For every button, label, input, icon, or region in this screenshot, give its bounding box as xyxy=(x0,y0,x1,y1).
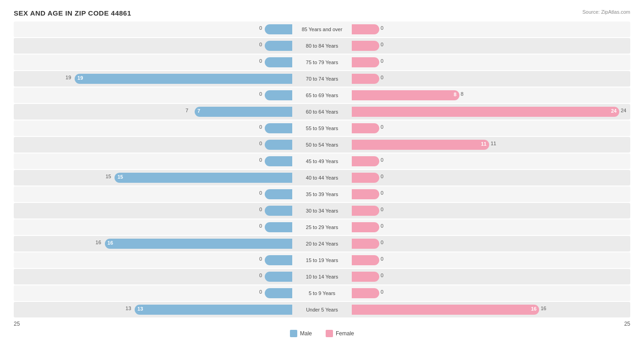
female-zero-value: 0 xyxy=(381,190,383,196)
female-zero-value: 0 xyxy=(381,240,383,245)
age-label: 55 to 59 Years xyxy=(292,126,352,131)
age-label: 80 to 84 Years xyxy=(292,43,352,49)
male-zero-value: 0 xyxy=(259,141,262,146)
male-bar: 13 xyxy=(135,305,292,315)
bar-row: 60 to 64 Years724247 xyxy=(14,104,630,120)
male-zero-value: 0 xyxy=(259,207,262,212)
female-bar: 16 xyxy=(352,305,539,315)
age-label: 45 to 49 Years xyxy=(292,159,352,164)
female-stub xyxy=(352,288,379,298)
legend-male-box xyxy=(290,330,297,337)
age-label: Under 5 Years xyxy=(292,307,352,312)
male-stub xyxy=(265,156,292,166)
bar-row: 25 to 29 Years00 xyxy=(14,219,630,235)
female-zero-value: 0 xyxy=(381,223,383,229)
bar-row: 75 to 79 Years00 xyxy=(14,55,630,70)
male-value: 13 xyxy=(137,306,143,312)
male-stub xyxy=(265,272,292,282)
legend: Male Female xyxy=(14,330,630,337)
female-stub xyxy=(352,57,379,67)
female-outer-value: 8 xyxy=(461,91,464,97)
male-zero-value: 0 xyxy=(259,157,262,163)
bar-row: 35 to 39 Years00 xyxy=(14,186,630,202)
male-stub xyxy=(265,140,292,150)
female-zero-value: 0 xyxy=(381,174,383,179)
female-zero-value: 0 xyxy=(381,273,383,278)
male-bar: 19 xyxy=(75,74,292,84)
female-stub xyxy=(352,123,379,133)
female-stub xyxy=(352,156,379,166)
female-stub xyxy=(352,222,379,232)
female-outer-value: 16 xyxy=(540,306,546,311)
age-label: 75 to 79 Years xyxy=(292,60,352,65)
male-stub xyxy=(265,255,292,265)
age-label: 25 to 29 Years xyxy=(292,224,352,230)
bar-row: 30 to 34 Years00 xyxy=(14,203,630,219)
male-value: 7 xyxy=(197,108,200,114)
age-label: 65 to 69 Years xyxy=(292,93,352,98)
female-value: 8 xyxy=(454,92,457,97)
female-zero-value: 0 xyxy=(381,58,383,64)
male-bar: 7 xyxy=(195,107,292,117)
female-value: 24 xyxy=(611,108,617,114)
male-zero-value: 0 xyxy=(259,273,262,278)
bar-row: 45 to 49 Years00 xyxy=(14,153,630,169)
male-stub xyxy=(265,206,292,216)
bar-row: 15 to 19 Years00 xyxy=(14,252,630,268)
male-outer-value: 7 xyxy=(186,108,188,113)
bar-row: 20 to 24 Years16016 xyxy=(14,236,630,252)
female-stub xyxy=(352,24,379,34)
male-zero-value: 0 xyxy=(259,91,262,97)
male-zero-value: 0 xyxy=(259,190,262,196)
male-value: 19 xyxy=(77,75,83,81)
male-outer-value: 19 xyxy=(65,75,71,80)
male-stub xyxy=(265,222,292,232)
female-zero-value: 0 xyxy=(381,124,383,130)
female-outer-value: 11 xyxy=(491,141,496,146)
male-bar: 16 xyxy=(105,239,292,249)
legend-male-label: Male xyxy=(300,330,312,337)
legend-male: Male xyxy=(290,330,312,337)
age-label: 30 to 34 Years xyxy=(292,208,352,213)
male-bar: 15 xyxy=(115,173,292,183)
female-value: 11 xyxy=(481,141,486,147)
female-stub xyxy=(352,272,379,282)
male-stub xyxy=(265,90,292,100)
female-stub xyxy=(352,189,379,199)
bar-row: 5 to 9 Years00 xyxy=(14,285,630,301)
female-bar: 11 xyxy=(352,140,489,150)
source-label: Source: ZipAtlas.com xyxy=(582,9,630,15)
female-stub xyxy=(352,255,379,265)
male-zero-value: 0 xyxy=(259,124,262,130)
female-bar: 24 xyxy=(352,107,619,117)
age-label: 50 to 54 Years xyxy=(292,142,352,148)
female-zero-value: 0 xyxy=(381,25,383,31)
axis-left-max: 25 xyxy=(14,321,20,327)
female-zero-value: 0 xyxy=(381,207,383,212)
male-zero-value: 0 xyxy=(259,42,262,47)
male-zero-value: 0 xyxy=(259,25,262,31)
chart-title: SEX AND AGE IN ZIP CODE 44861 xyxy=(14,9,630,17)
male-outer-value: 15 xyxy=(105,174,111,179)
male-zero-value: 0 xyxy=(259,58,262,64)
female-zero-value: 0 xyxy=(381,42,383,47)
bars-area: 85 Years and over0080 to 84 Years0075 to… xyxy=(14,22,630,318)
bar-row: 40 to 44 Years15015 xyxy=(14,170,630,186)
male-zero-value: 0 xyxy=(259,289,262,295)
female-zero-value: 0 xyxy=(381,157,383,163)
male-outer-value: 16 xyxy=(96,240,101,245)
female-stub xyxy=(352,206,379,216)
female-value: 16 xyxy=(531,306,536,312)
bar-row: 50 to 54 Years01111 xyxy=(14,137,630,153)
female-stub xyxy=(352,74,379,84)
female-outer-value: 24 xyxy=(621,108,626,113)
female-zero-value: 0 xyxy=(381,289,383,295)
male-outer-value: 13 xyxy=(126,306,131,311)
male-stub xyxy=(265,189,292,199)
age-label: 40 to 44 Years xyxy=(292,175,352,180)
female-stub xyxy=(352,239,379,249)
male-stub xyxy=(265,288,292,298)
age-label: 20 to 24 Years xyxy=(292,241,352,246)
male-zero-value: 0 xyxy=(259,223,262,229)
age-label: 5 to 9 Years xyxy=(292,290,352,296)
